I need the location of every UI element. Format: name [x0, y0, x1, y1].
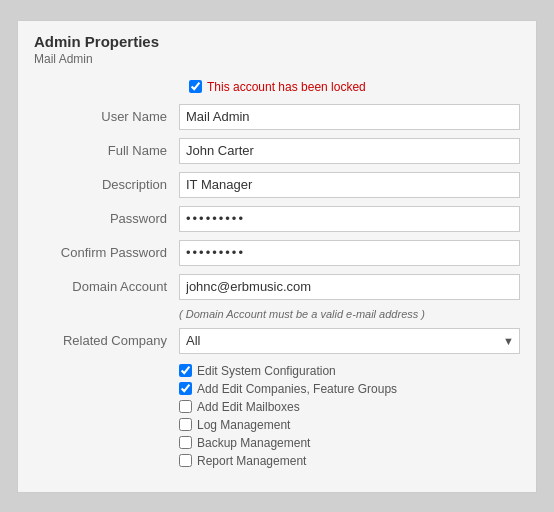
permission-item: Log Management [179, 418, 520, 432]
permission-checkbox-1[interactable] [179, 382, 192, 395]
company-row: Related Company All Company A Company B … [34, 328, 520, 354]
permission-label-3: Log Management [197, 418, 290, 432]
confirm-password-input[interactable] [179, 240, 520, 266]
panel-title: Admin Properties [34, 33, 520, 50]
permission-checkbox-3[interactable] [179, 418, 192, 431]
permission-checkbox-5[interactable] [179, 454, 192, 467]
admin-properties-panel: Admin Properties Mail Admin This account… [17, 20, 537, 493]
permission-item: Edit System Configuration [179, 364, 520, 378]
permission-checkbox-4[interactable] [179, 436, 192, 449]
description-label: Description [34, 177, 179, 192]
permission-item: Add Edit Companies, Feature Groups [179, 382, 520, 396]
description-row: Description [34, 172, 520, 198]
permissions-section: Edit System ConfigurationAdd Edit Compan… [179, 364, 520, 468]
permission-label-4: Backup Management [197, 436, 310, 450]
fullname-label: Full Name [34, 143, 179, 158]
domain-input[interactable] [179, 274, 520, 300]
confirm-password-label: Confirm Password [34, 245, 179, 260]
domain-hint: ( Domain Account must be a valid e-mail … [179, 308, 520, 320]
lock-checkbox[interactable] [189, 80, 202, 93]
permission-label-5: Report Management [197, 454, 306, 468]
permission-item: Add Edit Mailboxes [179, 400, 520, 414]
lock-label: This account has been locked [207, 80, 366, 94]
fullname-input[interactable] [179, 138, 520, 164]
description-input[interactable] [179, 172, 520, 198]
password-row: Password [34, 206, 520, 232]
permission-checkbox-0[interactable] [179, 364, 192, 377]
lock-row: This account has been locked [189, 80, 520, 94]
company-select-wrapper: All Company A Company B ▼ [179, 328, 520, 354]
username-row: User Name [34, 104, 520, 130]
password-input[interactable] [179, 206, 520, 232]
panel-subtitle: Mail Admin [34, 52, 520, 66]
permission-item: Report Management [179, 454, 520, 468]
password-label: Password [34, 211, 179, 226]
domain-label: Domain Account [34, 279, 179, 294]
permission-label-0: Edit System Configuration [197, 364, 336, 378]
company-label: Related Company [34, 333, 179, 348]
permission-label-1: Add Edit Companies, Feature Groups [197, 382, 397, 396]
permission-item: Backup Management [179, 436, 520, 450]
username-label: User Name [34, 109, 179, 124]
company-select[interactable]: All Company A Company B [179, 328, 520, 354]
domain-row: Domain Account [34, 274, 520, 300]
permission-checkbox-2[interactable] [179, 400, 192, 413]
confirm-password-row: Confirm Password [34, 240, 520, 266]
username-input[interactable] [179, 104, 520, 130]
permission-label-2: Add Edit Mailboxes [197, 400, 300, 414]
fullname-row: Full Name [34, 138, 520, 164]
